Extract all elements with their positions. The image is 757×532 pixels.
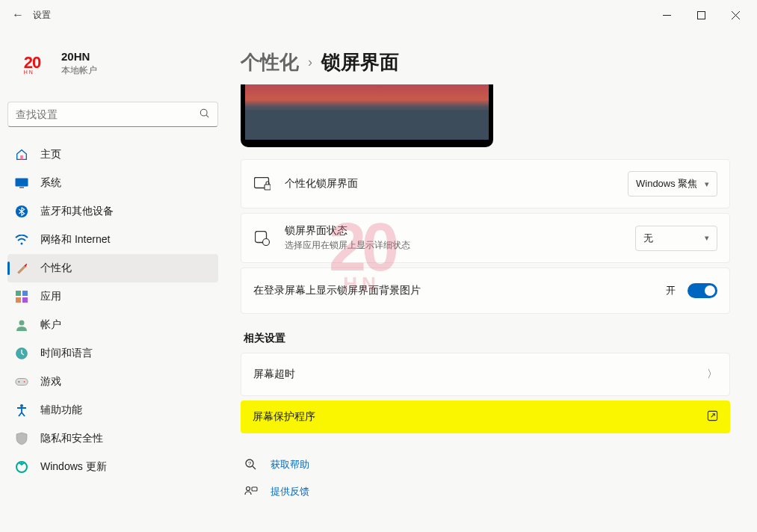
svg-point-19 [24, 381, 25, 383]
svg-rect-17 [16, 379, 28, 386]
nav-time[interactable]: 时间和语言 [7, 339, 218, 368]
user-avatar-logo: 20 HN [13, 45, 51, 82]
nav-home[interactable]: 主页 [7, 140, 218, 169]
bluetooth-icon [15, 205, 28, 218]
svg-rect-1 [697, 11, 705, 19]
svg-rect-6 [20, 155, 23, 159]
feedback-icon [244, 485, 259, 498]
nav-accessibility[interactable]: 辅助功能 [7, 396, 218, 424]
content: 个性化 › 锁屏界面 个性化锁屏界面 Windows 聚焦 ▾ [226, 30, 757, 532]
breadcrumb-current: 锁屏界面 [321, 49, 399, 75]
svg-point-15 [19, 321, 25, 326]
nav-label: 网络和 Internet [40, 233, 110, 247]
nav-system[interactable]: 系统 [7, 169, 218, 197]
link-label: 提供反馈 [271, 485, 309, 498]
chevron-right-icon: 〉 [707, 368, 717, 381]
select-value: Windows 聚焦 [636, 177, 697, 191]
back-button[interactable]: ← [4, 8, 31, 22]
user-account-type: 本地帐户 [61, 64, 97, 77]
lockscreen-source-select[interactable]: Windows 聚焦 ▾ [628, 171, 717, 197]
help-links: ? 获取帮助 提供反馈 [241, 451, 730, 505]
app-status-icon [253, 229, 271, 247]
toggle-state-label: 开 [666, 284, 676, 297]
nav-label: 个性化 [40, 262, 72, 275]
lockscreen-preview[interactable] [241, 84, 493, 147]
select-value: 无 [643, 232, 653, 245]
user-block[interactable]: 20 HN 20HN 本地帐户 [7, 30, 218, 96]
svg-point-10 [21, 243, 23, 245]
svg-rect-23 [265, 185, 271, 190]
titlebar: ← 设置 [0, 0, 757, 30]
svg-line-5 [206, 115, 208, 117]
nav-label: 应用 [40, 290, 61, 303]
nav-label: 蓝牙和其他设备 [40, 205, 114, 218]
screen-timeout-row[interactable]: 屏幕超时 〉 [241, 353, 729, 395]
clock-globe-icon [15, 347, 28, 360]
person-icon [15, 318, 28, 332]
open-external-icon [707, 410, 718, 424]
feedback-link[interactable]: 提供反馈 [241, 478, 730, 505]
nav-network[interactable]: 网络和 Internet [7, 226, 218, 254]
gamepad-icon [15, 375, 28, 389]
nav-privacy[interactable]: 隐私和安全性 [7, 424, 218, 453]
picture-lock-icon [253, 175, 271, 193]
chevron-down-icon: ▾ [705, 233, 709, 243]
status-app-select[interactable]: 无 ▾ [635, 226, 717, 251]
accessibility-icon [15, 403, 28, 417]
breadcrumb: 个性化 › 锁屏界面 [241, 30, 730, 84]
maximize-button[interactable] [684, 3, 718, 27]
row-title: 屏幕超时 [253, 368, 707, 381]
row-title: 屏幕保护程序 [253, 410, 707, 424]
nav-personalization[interactable]: 个性化 [7, 254, 218, 282]
nav-list: 主页 系统 蓝牙和其他设备 网络和 Internet 个性化 应用 帐户 时间和… [7, 140, 218, 481]
nav-label: 时间和语言 [40, 347, 93, 360]
home-icon [15, 148, 28, 161]
window-title: 设置 [33, 9, 51, 22]
row-title: 在登录屏幕上显示锁屏界面背景图片 [253, 284, 666, 297]
nav-label: 游戏 [40, 375, 61, 389]
close-button[interactable] [718, 3, 753, 27]
svg-rect-31 [252, 487, 257, 491]
svg-rect-14 [22, 297, 28, 303]
nav-apps[interactable]: 应用 [7, 282, 218, 311]
brush-icon [15, 262, 28, 275]
search-box[interactable] [7, 102, 218, 127]
user-name: 20HN [61, 50, 97, 63]
svg-text:?: ? [248, 460, 252, 467]
breadcrumb-parent[interactable]: 个性化 [241, 49, 299, 75]
svg-line-29 [253, 466, 256, 469]
row-title: 锁屏界面状态 [285, 224, 635, 238]
related-settings-heading: 相关设置 [244, 332, 730, 345]
nav-label: 帐户 [40, 318, 61, 332]
chevron-down-icon: ▾ [705, 179, 709, 189]
svg-point-25 [263, 238, 270, 245]
display-icon [15, 176, 28, 190]
nav-accounts[interactable]: 帐户 [7, 311, 218, 339]
svg-point-18 [19, 381, 20, 383]
apps-icon [15, 290, 28, 303]
help-icon: ? [244, 458, 259, 471]
personalize-lockscreen-row: 个性化锁屏界面 Windows 聚焦 ▾ [241, 160, 729, 208]
screensaver-row[interactable]: 屏幕保护程序 [241, 400, 730, 433]
nav-update[interactable]: Windows 更新 [7, 453, 218, 481]
minimize-button[interactable] [649, 3, 684, 27]
get-help-link[interactable]: ? 获取帮助 [241, 451, 730, 478]
svg-point-30 [247, 487, 250, 491]
search-input[interactable] [16, 108, 200, 120]
search-icon [200, 108, 210, 121]
shield-icon [15, 432, 28, 445]
lockscreen-status-row: 锁屏界面状态 选择应用在锁屏上显示详细状态 无 ▾ [241, 214, 729, 262]
svg-rect-8 [19, 187, 24, 188]
link-label: 获取帮助 [271, 458, 309, 471]
nav-label: Windows 更新 [40, 460, 107, 474]
nav-bluetooth[interactable]: 蓝牙和其他设备 [7, 197, 218, 226]
row-title: 个性化锁屏界面 [285, 177, 628, 191]
nav-label: 隐私和安全性 [40, 432, 103, 445]
svg-rect-11 [16, 291, 21, 296]
row-subtitle: 选择应用在锁屏上显示详细状态 [285, 239, 635, 252]
svg-point-20 [20, 404, 23, 407]
signin-background-toggle[interactable] [688, 283, 717, 298]
chevron-right-icon: › [308, 55, 312, 70]
nav-gaming[interactable]: 游戏 [7, 368, 218, 396]
wifi-icon [15, 233, 28, 247]
